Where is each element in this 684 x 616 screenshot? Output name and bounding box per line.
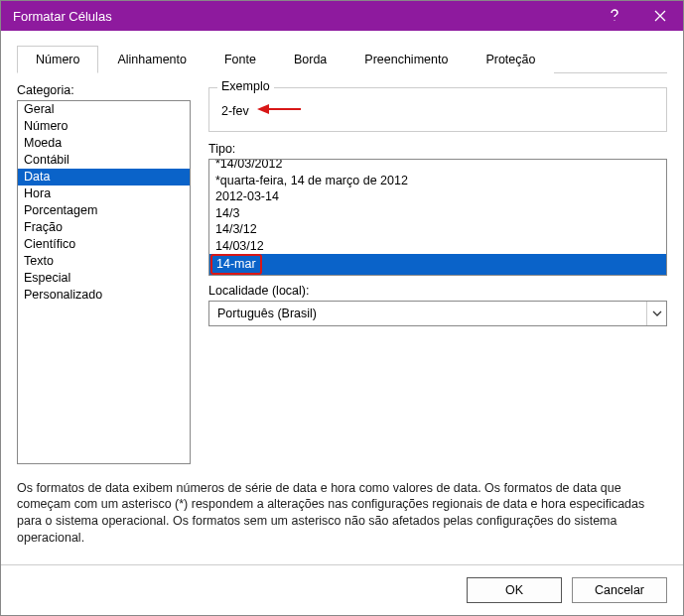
type-item[interactable]: 14/3 — [209, 205, 666, 222]
locale-dropdown-button[interactable] — [646, 302, 666, 325]
help-text: Os formatos de data exibem números de sé… — [17, 480, 667, 548]
annotation-arrow-icon — [257, 102, 301, 119]
dialog-footer: OK Cancelar — [1, 564, 683, 615]
annotation-highlight: 14-mar — [210, 254, 262, 275]
type-item[interactable]: 14/03/12 — [209, 238, 666, 255]
category-item[interactable]: Moeda — [18, 135, 190, 152]
category-listbox[interactable]: GeralNúmeroMoedaContábilDataHoraPorcenta… — [17, 100, 191, 464]
number-tab-body: Categoria: GeralNúmeroMoedaContábilDataH… — [17, 83, 667, 464]
tab-fonte[interactable]: Fonte — [205, 46, 275, 73]
type-listbox[interactable]: *14/03/2012*quarta-feira, 14 de março de… — [208, 159, 667, 276]
chevron-down-icon — [652, 310, 662, 316]
help-button[interactable] — [592, 1, 637, 31]
category-item[interactable]: Número — [18, 118, 190, 135]
window-title: Formatar Células — [13, 9, 592, 24]
type-item[interactable]: *quarta-feira, 14 de março de 2012 — [209, 173, 666, 189]
type-item[interactable]: 14-mar — [209, 254, 666, 275]
titlebar: Formatar Células — [1, 1, 683, 31]
tab-preenchimento[interactable]: Preenchimento — [345, 46, 467, 73]
locale-combobox[interactable]: Português (Brasil) — [208, 301, 667, 326]
type-label: Tipo: — [208, 142, 667, 156]
category-item[interactable]: Especial — [18, 270, 190, 287]
category-item[interactable]: Porcentagem — [18, 202, 190, 219]
sample-value: 2-fev — [221, 104, 249, 118]
type-item[interactable]: 2012-03-14 — [209, 188, 666, 205]
category-item[interactable]: Geral — [18, 101, 190, 118]
settings-column: Exemplo 2-fev Tipo: *14/03/2012*quarta-f… — [208, 83, 667, 464]
sample-legend: Exemplo — [217, 79, 274, 93]
category-item[interactable]: Data — [18, 169, 190, 185]
tab-numero[interactable]: Número — [17, 46, 98, 73]
locale-label: Localidade (local): — [208, 284, 667, 298]
category-column: Categoria: GeralNúmeroMoedaContábilDataH… — [17, 83, 191, 464]
category-item[interactable]: Contábil — [18, 152, 190, 169]
sample-fieldset: Exemplo 2-fev — [208, 87, 667, 132]
type-item[interactable]: *14/03/2012 — [209, 160, 666, 173]
help-icon — [609, 9, 620, 23]
ok-button[interactable]: OK — [467, 577, 562, 603]
category-item[interactable]: Hora — [18, 185, 190, 202]
locale-value: Português (Brasil) — [209, 307, 646, 320]
format-cells-dialog: Formatar Células Número Alinhamento Font… — [0, 0, 684, 616]
category-label: Categoria: — [17, 83, 191, 97]
close-icon — [654, 10, 666, 22]
category-item[interactable]: Fração — [18, 219, 190, 236]
type-item[interactable]: 14/3/12 — [209, 221, 666, 238]
tab-alinhamento[interactable]: Alinhamento — [98, 46, 205, 73]
tab-protecao[interactable]: Proteção — [467, 46, 554, 73]
cancel-button[interactable]: Cancelar — [572, 577, 667, 603]
category-item[interactable]: Texto — [18, 253, 190, 270]
category-item[interactable]: Personalizado — [18, 287, 190, 304]
category-item[interactable]: Científico — [18, 236, 190, 253]
tab-strip: Número Alinhamento Fonte Borda Preenchim… — [17, 45, 667, 73]
tab-borda[interactable]: Borda — [275, 46, 345, 73]
dialog-content: Número Alinhamento Fonte Borda Preenchim… — [1, 31, 683, 564]
svg-marker-1 — [257, 104, 269, 114]
close-button[interactable] — [637, 1, 683, 31]
